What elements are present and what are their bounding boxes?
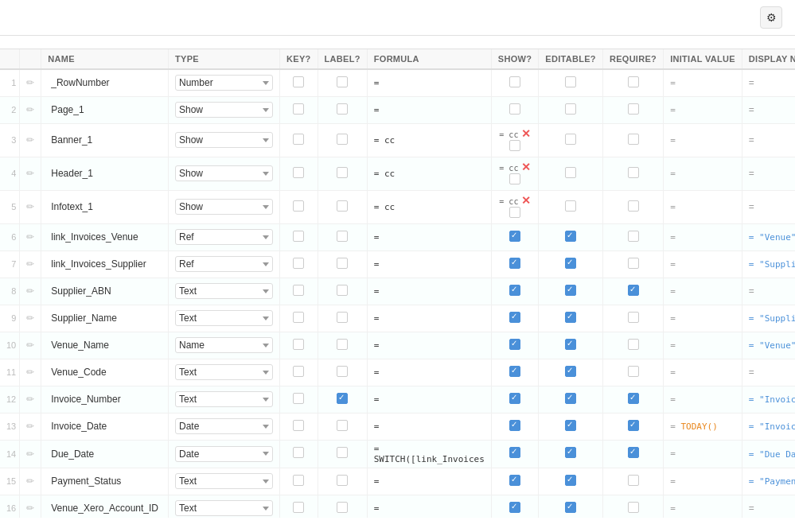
view-data-source-button[interactable]	[741, 14, 754, 21]
label-cell[interactable]	[318, 332, 367, 359]
require-cell[interactable]	[602, 332, 663, 359]
require-cell[interactable]	[602, 468, 663, 495]
type-cell[interactable]: NumberTextNameDateDecimalRefShowLongText…	[169, 359, 280, 386]
editable-cell[interactable]	[539, 468, 603, 495]
editable-checkbox[interactable]	[565, 502, 576, 513]
key-cell[interactable]	[280, 413, 318, 440]
display-name-cell[interactable]: = "Venue"	[742, 223, 795, 250]
label-cell[interactable]	[318, 305, 367, 332]
label-cell[interactable]	[318, 190, 367, 223]
type-cell[interactable]: NumberTextNameDateDecimalRefShowLongText…	[169, 332, 280, 359]
display-name-cell[interactable]: =	[742, 157, 795, 190]
type-cell[interactable]: NumberTextNameDateDecimalRefShowLongText…	[169, 468, 280, 495]
label-checkbox[interactable]	[337, 285, 348, 296]
key-cell[interactable]	[280, 190, 318, 223]
key-cell[interactable]	[280, 495, 318, 518]
show-cell[interactable]	[491, 495, 538, 518]
type-select[interactable]: NumberTextNameDateDecimalRefShowLongText…	[175, 102, 273, 118]
formula-cell[interactable]: =	[367, 69, 491, 96]
show-checkbox[interactable]	[509, 140, 520, 151]
edit-cell[interactable]: ✏	[20, 123, 41, 157]
formula-cell[interactable]: = SWITCH([link_Invoices	[367, 440, 491, 468]
label-checkbox[interactable]	[337, 366, 348, 377]
key-checkbox[interactable]	[293, 366, 304, 377]
initial-value-cell[interactable]: =	[664, 157, 742, 190]
edit-icon[interactable]: ✏	[26, 367, 34, 378]
key-checkbox[interactable]	[293, 76, 304, 87]
display-name-cell[interactable]: =	[742, 495, 795, 518]
show-checkbox[interactable]	[509, 339, 520, 350]
type-select[interactable]: NumberTextNameDateDecimalRefShowLongText…	[175, 418, 273, 434]
editable-cell[interactable]	[539, 413, 603, 440]
editable-checkbox[interactable]	[565, 393, 576, 404]
label-checkbox[interactable]	[337, 447, 348, 458]
show-cell[interactable]: = cc ✕	[491, 157, 538, 190]
require-checkbox[interactable]	[628, 231, 639, 242]
type-cell[interactable]: NumberTextNameDateDecimalRefShowLongText…	[169, 278, 280, 305]
settings-icon-btn[interactable]: ⚙	[760, 6, 782, 29]
require-checkbox[interactable]	[628, 167, 639, 178]
edit-cell[interactable]: ✏	[20, 468, 41, 495]
label-checkbox[interactable]	[337, 258, 348, 269]
edit-cell[interactable]: ✏	[20, 190, 41, 223]
edit-icon[interactable]: ✏	[26, 449, 34, 460]
label-checkbox[interactable]	[337, 103, 348, 115]
show-cell[interactable]	[491, 96, 538, 123]
type-select[interactable]: NumberTextNameDateDecimalRefShowLongText…	[175, 446, 273, 462]
key-checkbox[interactable]	[293, 339, 304, 350]
type-select[interactable]: NumberTextNameDateDecimalRefShowLongText…	[175, 310, 273, 326]
require-cell[interactable]	[602, 413, 663, 440]
edit-icon[interactable]: ✏	[26, 285, 34, 297]
key-cell[interactable]	[280, 157, 318, 190]
edit-icon[interactable]: ✏	[26, 231, 34, 243]
edit-cell[interactable]: ✏	[20, 250, 41, 278]
key-cell[interactable]	[280, 386, 318, 413]
type-select[interactable]: NumberTextNameDateDecimalRefShowLongText…	[175, 283, 273, 299]
type-cell[interactable]: NumberTextNameDateDecimalRefShowLongText…	[169, 96, 280, 123]
display-name-cell[interactable]: =	[742, 96, 795, 123]
label-checkbox[interactable]	[337, 312, 348, 323]
formula-cell[interactable]: = cc	[367, 190, 491, 223]
type-cell[interactable]: NumberTextNameDateDecimalRefShowLongText…	[169, 190, 280, 223]
edit-icon[interactable]: ✏	[26, 134, 34, 146]
require-cell[interactable]	[602, 123, 663, 157]
key-cell[interactable]	[280, 250, 318, 278]
require-cell[interactable]	[602, 223, 663, 250]
label-checkbox[interactable]	[337, 167, 348, 178]
show-checkbox[interactable]	[509, 502, 520, 513]
key-checkbox[interactable]	[293, 312, 304, 323]
require-cell[interactable]	[602, 69, 663, 96]
type-cell[interactable]: NumberTextNameDateDecimalRefShowLongText…	[169, 305, 280, 332]
show-cell[interactable]	[491, 359, 538, 386]
show-cell[interactable]	[491, 278, 538, 305]
display-name-cell[interactable]: =	[742, 359, 795, 386]
type-select[interactable]: NumberTextNameDateDecimalRefShowLongText…	[175, 337, 273, 353]
label-cell[interactable]	[318, 223, 367, 250]
require-cell[interactable]	[602, 278, 663, 305]
type-cell[interactable]: NumberTextNameDateDecimalRefShowLongText…	[169, 413, 280, 440]
label-checkbox[interactable]	[337, 502, 348, 513]
editable-cell[interactable]	[539, 223, 603, 250]
initial-value-cell[interactable]: =	[664, 332, 742, 359]
editable-cell[interactable]	[539, 386, 603, 413]
key-checkbox[interactable]	[293, 167, 304, 178]
type-cell[interactable]: NumberTextNameDateDecimalRefShowLongText…	[169, 223, 280, 250]
editable-checkbox[interactable]	[565, 231, 576, 242]
type-cell[interactable]: NumberTextNameDateDecimalRefShowLongText…	[169, 495, 280, 518]
edit-icon[interactable]: ✏	[26, 394, 34, 405]
display-name-cell[interactable]: = "Payment Status"	[742, 468, 795, 495]
edit-cell[interactable]: ✏	[20, 96, 41, 123]
initial-value-cell[interactable]: = TODAY()	[664, 413, 742, 440]
initial-value-cell[interactable]: =	[664, 386, 742, 413]
show-checkbox[interactable]	[509, 475, 520, 486]
require-cell[interactable]	[602, 250, 663, 278]
key-checkbox[interactable]	[293, 447, 304, 458]
require-cell[interactable]	[602, 440, 663, 468]
key-checkbox[interactable]	[293, 134, 304, 145]
editable-cell[interactable]	[539, 359, 603, 386]
edit-cell[interactable]: ✏	[20, 69, 41, 96]
type-select[interactable]: NumberTextNameDateDecimalRefShowLongText…	[175, 132, 273, 148]
label-cell[interactable]	[318, 157, 367, 190]
editable-cell[interactable]	[539, 123, 603, 157]
initial-value-cell[interactable]: =	[664, 440, 742, 468]
